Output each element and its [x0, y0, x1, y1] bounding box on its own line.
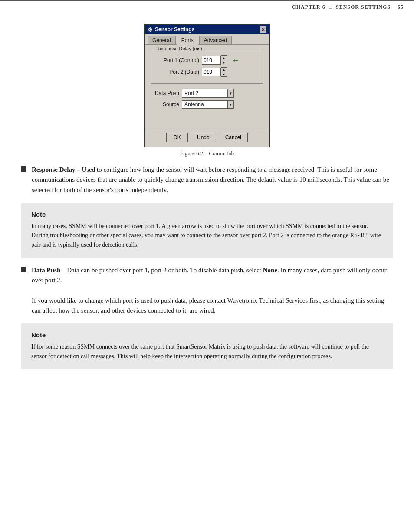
data-push-section: Data Push Port 2 ▼ Source Antenna ▼ — [151, 89, 263, 109]
port2-arrows[interactable]: ▲ ▼ — [221, 67, 227, 77]
bullet-data-push: Data Push – Data can be pushed over port… — [21, 265, 393, 316]
cancel-button[interactable]: Cancel — [219, 133, 248, 142]
note-box-2: Note If for some reason SSMM connects ov… — [21, 323, 393, 369]
bullet-text-2: Data Push – Data can be pushed over port… — [32, 265, 393, 316]
source-dropdown[interactable]: Antenna ▼ — [182, 100, 234, 109]
port2-down-arrow[interactable]: ▼ — [221, 72, 227, 76]
page-header: Chapter 6 □ Sensor Settings 65 — [0, 0, 414, 13]
port1-spinbox[interactable]: 010 ▲ ▼ — [202, 55, 227, 65]
response-delay-label: Response Delay (ms) — [155, 46, 204, 51]
green-arrow-indicator: ← — [232, 56, 240, 65]
ok-button[interactable]: OK — [166, 133, 188, 142]
port2-row: Port 2 (Data) 010 ▲ ▼ — [156, 67, 258, 77]
note1-title: Note — [31, 211, 383, 218]
dialog-title: Sensor Settings — [155, 26, 194, 33]
data-push-row: Data Push Port 2 ▼ — [151, 89, 263, 98]
port1-down-arrow[interactable]: ▼ — [221, 60, 227, 65]
note-box-1: Note In many cases, SSMM will be connect… — [21, 203, 393, 258]
bullet2-para2: If you would like to change which port i… — [32, 297, 384, 314]
tab-general[interactable]: General — [148, 36, 176, 44]
port1-up-arrow[interactable]: ▲ — [221, 56, 227, 60]
response-delay-group: Response Delay (ms) Port 1 (Control) 010… — [151, 49, 263, 84]
undo-button[interactable]: Undo — [191, 133, 216, 142]
source-label: Source — [151, 101, 179, 108]
data-push-label: Data Push — [151, 90, 179, 96]
port1-arrows[interactable]: ▲ ▼ — [221, 55, 227, 65]
source-value: Antenna — [182, 101, 227, 108]
dialog-container: ⚙ Sensor Settings ✕ General Ports Advanc… — [21, 24, 393, 157]
bullet2-text: Data can be pushed over port 1, port 2 o… — [66, 267, 263, 274]
bullet-response-delay: Response Delay – Used to configure how l… — [21, 165, 393, 195]
dialog-tabs: General Ports Advanced — [145, 34, 269, 45]
dialog-body: Response Delay (ms) Port 1 (Control) 010… — [145, 45, 269, 129]
bullet-square-1 — [21, 166, 26, 172]
dialog-titlebar-left: ⚙ Sensor Settings — [148, 26, 194, 33]
note2-text: If for some reason SSMM connects over th… — [31, 342, 383, 361]
port1-label: Port 1 (Control) — [156, 57, 199, 63]
bullet-square-2 — [21, 267, 26, 272]
source-row: Source Antenna ▼ — [151, 100, 263, 109]
bullet2-none: None — [263, 267, 277, 274]
dialog-box: ⚙ Sensor Settings ✕ General Ports Advanc… — [144, 24, 270, 147]
tab-ports[interactable]: Ports — [177, 36, 198, 45]
bullet-text-1: Response Delay – Used to configure how l… — [32, 165, 393, 195]
header-text: Chapter 6 □ Sensor Settings 65 — [292, 4, 404, 10]
source-dropdown-arrow[interactable]: ▼ — [227, 101, 233, 108]
bullet1-term: Response Delay – — [32, 166, 80, 173]
port1-input[interactable]: 010 — [202, 56, 221, 65]
tab-advanced[interactable]: Advanced — [199, 36, 232, 44]
port2-input[interactable]: 010 — [202, 68, 221, 76]
settings-icon: ⚙ — [148, 26, 153, 33]
port1-row: Port 1 (Control) 010 ▲ ▼ ← — [156, 55, 258, 65]
data-push-dropdown[interactable]: Port 2 ▼ — [182, 89, 234, 98]
dialog-close-button[interactable]: ✕ — [260, 26, 266, 33]
data-push-value: Port 2 — [182, 90, 227, 97]
page-content: ⚙ Sensor Settings ✕ General Ports Advanc… — [0, 13, 414, 387]
port2-label: Port 2 (Data) — [156, 69, 199, 75]
note2-title: Note — [31, 331, 383, 339]
dialog-footer: OK Undo Cancel — [145, 129, 269, 147]
bullet1-text: Used to configure how long the sensor wi… — [32, 166, 389, 193]
port2-spinbox[interactable]: 010 ▲ ▼ — [202, 67, 227, 77]
data-push-dropdown-arrow[interactable]: ▼ — [227, 89, 233, 97]
note1-text: In many cases, SSMM will be connected ov… — [31, 222, 383, 250]
bullet2-term: Data Push – — [32, 267, 66, 274]
dialog-titlebar: ⚙ Sensor Settings ✕ — [145, 25, 269, 34]
port2-up-arrow[interactable]: ▲ — [221, 68, 227, 72]
figure-caption: Figure 6.2 – Comm Tab — [180, 150, 234, 157]
